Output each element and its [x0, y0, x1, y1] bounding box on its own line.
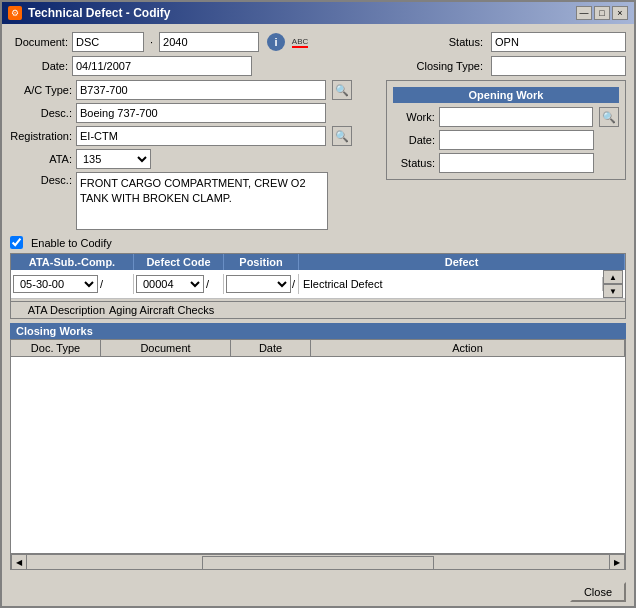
ac-type-row: A/C Type: 🔍	[10, 80, 378, 100]
work-search-button[interactable]: 🔍	[599, 107, 619, 127]
ata-label: ATA:	[10, 153, 72, 165]
date-row: Date: Closing Type:	[10, 56, 626, 76]
main-columns: A/C Type: 🔍 Desc.: Registration: 🔍	[10, 80, 626, 230]
closing-table-header: Doc. Type Document Date Action	[11, 340, 625, 357]
ata-desc-label: ATA Description	[15, 304, 105, 316]
slash-2: /	[205, 278, 210, 290]
bottom-bar: Close	[2, 578, 634, 606]
ac-type-search-button[interactable]: 🔍	[332, 80, 352, 100]
closing-type-label: Closing Type:	[411, 60, 483, 72]
opening-status-field[interactable]	[439, 153, 594, 173]
ata-select[interactable]: 135	[76, 149, 151, 169]
closing-works-section: Closing Works Doc. Type Document Date Ac…	[10, 323, 626, 570]
search-icon-3: 🔍	[602, 111, 616, 124]
document-label: Document:	[10, 36, 68, 48]
ata-row: ATA: 135	[10, 149, 378, 169]
defect-table-container: ATA-Sub.-Comp. Defect Code Position Defe…	[10, 253, 626, 319]
title-bar: ⚙ Technical Defect - Codify — □ ×	[2, 2, 634, 24]
col-defect: Defect	[299, 254, 625, 270]
work-label: Work:	[393, 111, 435, 123]
opening-work-box: Opening Work Work: 🔍 Date:	[386, 80, 626, 180]
right-column: Opening Work Work: 🔍 Date:	[386, 80, 626, 230]
desc-field[interactable]	[76, 103, 326, 123]
title-bar-left: ⚙ Technical Defect - Codify	[8, 6, 170, 20]
defect-down-button[interactable]: ▼	[603, 284, 623, 298]
title-controls: — □ ×	[576, 6, 628, 20]
opening-work-header: Opening Work	[393, 87, 619, 103]
desc2-field[interactable]: FRONT CARGO COMPARTMENT, CREW O2 TANK WI…	[76, 172, 328, 230]
position-select[interactable]	[226, 275, 291, 293]
document-row: Document: · i ABC Status:	[10, 32, 626, 52]
left-column: A/C Type: 🔍 Desc.: Registration: 🔍	[10, 80, 378, 230]
window-title: Technical Defect - Codify	[28, 6, 170, 20]
main-window: ⚙ Technical Defect - Codify — □ × Docume…	[0, 0, 636, 608]
search-icon-2: 🔍	[335, 130, 349, 143]
document-field-2[interactable]	[159, 32, 259, 52]
opening-date-row: Date:	[393, 130, 619, 150]
abc-icon[interactable]: ABC	[289, 33, 311, 51]
status-label: Status:	[443, 36, 483, 48]
ata-sub-select[interactable]: 05-30-00	[13, 275, 98, 293]
defect-code-select[interactable]: 00004	[136, 275, 204, 293]
close-title-button[interactable]: ×	[612, 6, 628, 20]
date-label: Date:	[10, 60, 68, 72]
enable-codify-label: Enable to Codify	[31, 237, 112, 249]
col-position: Position	[224, 254, 299, 270]
content-area: Document: · i ABC Status: Date: Closing …	[2, 24, 634, 578]
ac-type-label: A/C Type:	[10, 84, 72, 96]
registration-search-button[interactable]: 🔍	[332, 126, 352, 146]
defect-table-header: ATA-Sub.-Comp. Defect Code Position Defe…	[11, 254, 625, 270]
ac-type-field[interactable]	[76, 80, 326, 100]
document-field-1[interactable]	[72, 32, 144, 52]
defect-code-cell: 00004 /	[134, 274, 224, 294]
maximize-button[interactable]: □	[594, 6, 610, 20]
closing-works-table: Doc. Type Document Date Action	[10, 339, 626, 554]
defect-value: Electrical Defect	[303, 278, 382, 290]
col-date: Date	[231, 340, 311, 356]
desc-label: Desc.:	[10, 107, 72, 119]
registration-row: Registration: 🔍	[10, 126, 378, 146]
col-action: Action	[311, 340, 625, 356]
horizontal-scrollbar[interactable]: ◀ ▶	[10, 554, 626, 570]
registration-field[interactable]	[76, 126, 326, 146]
position-cell: /	[224, 274, 299, 294]
desc-row: Desc.:	[10, 103, 378, 123]
enable-codify-row: Enable to Codify	[10, 236, 626, 249]
date-field[interactable]	[72, 56, 252, 76]
ata-sub-cell: 05-30-00 /	[11, 274, 134, 294]
closing-type-field[interactable]	[491, 56, 626, 76]
slash-3: /	[291, 278, 296, 290]
opening-date-label: Date:	[393, 134, 435, 146]
opening-status-label: Status:	[393, 157, 435, 169]
app-icon: ⚙	[8, 6, 22, 20]
status-field[interactable]	[491, 32, 626, 52]
defect-row-buttons: ▲ ▼	[603, 270, 625, 298]
desc2-row: Desc.: FRONT CARGO COMPARTMENT, CREW O2 …	[10, 172, 378, 230]
search-icon: 🔍	[335, 84, 349, 97]
work-row: Work: 🔍	[393, 107, 619, 127]
closing-table-body	[11, 357, 625, 553]
scroll-track	[27, 555, 609, 569]
col-defect-code: Defect Code	[134, 254, 224, 270]
col-ata-sub: ATA-Sub.-Comp.	[11, 254, 134, 270]
minimize-button[interactable]: —	[576, 6, 592, 20]
ata-desc-row: ATA Description Aging Aircraft Checks	[11, 301, 625, 318]
slash-1: /	[99, 278, 104, 290]
work-field[interactable]	[439, 107, 593, 127]
opening-status-row: Status:	[393, 153, 619, 173]
defect-value-cell: Electrical Defect	[299, 277, 603, 291]
close-button[interactable]: Close	[570, 582, 626, 602]
closing-works-header: Closing Works	[10, 323, 626, 339]
col-doc-type: Doc. Type	[11, 340, 101, 356]
ata-desc-value: Aging Aircraft Checks	[109, 304, 214, 316]
defect-up-button[interactable]: ▲	[603, 270, 623, 284]
enable-codify-checkbox[interactable]	[10, 236, 23, 249]
scroll-right-button[interactable]: ▶	[609, 554, 625, 570]
opening-date-field[interactable]	[439, 130, 594, 150]
document-separator: ·	[150, 36, 153, 48]
defect-table-row: 05-30-00 / 00004 / / Elect	[11, 270, 625, 299]
desc2-label: Desc.:	[10, 172, 72, 186]
scroll-left-button[interactable]: ◀	[11, 554, 27, 570]
scroll-thumb[interactable]	[202, 556, 435, 570]
info-icon[interactable]: i	[267, 33, 285, 51]
